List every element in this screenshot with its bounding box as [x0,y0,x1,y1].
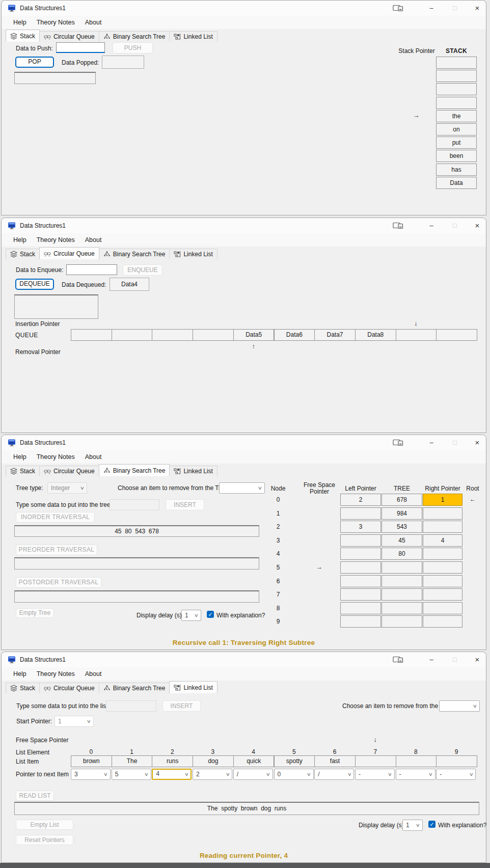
tab-circular-queue[interactable]: Circular Queue [39,247,99,259]
pointer-to-next-value: / [237,771,238,778]
empty-list-button[interactable]: Empty List [16,820,73,830]
push-button[interactable]: PUSH [113,42,153,53]
left-pointer-cell [340,561,381,574]
pointer-to-next-value: - [440,771,442,778]
chevron-down-icon [266,769,270,779]
node-index-label: 0 [266,496,290,503]
insertion-pointer-arrow: ↓ [396,319,437,327]
pointer-to-next-value: 3 [74,771,78,778]
chevron-down-icon [258,483,262,493]
tree-insert-input[interactable] [110,499,159,510]
left-pointer-cell: 3 [340,521,381,533]
empty-tree-button[interactable]: Empty Tree [16,608,54,618]
popped-value-box [102,56,144,69]
tab-label: Circular Queue [53,250,95,257]
postorder-traversal-button[interactable]: POSTORDER TRAVERSAL [16,577,101,588]
node-index-label: 1 [266,510,290,517]
list-insert-button[interactable]: INSERT [162,700,201,712]
list-element-number: 0 [71,748,112,755]
queue-cell [71,329,112,341]
tab-label: Stack [20,33,35,40]
tree-type-combo[interactable]: Integer [47,482,87,494]
tree-remove-combo[interactable] [219,482,265,494]
list-item-cell [436,755,477,767]
pointer-to-next-combo[interactable]: - [436,769,476,780]
enqueue-input[interactable] [66,264,117,275]
tree-value-cell: 678 [382,494,422,506]
enqueue-button[interactable]: ENQUEUE [123,264,162,276]
node-index-label: 3 [266,537,290,544]
pop-button[interactable]: POP [15,57,54,68]
tree-insert-button[interactable]: INSERT [166,499,204,510]
pointer-to-next-combo[interactable]: / [314,769,354,780]
binary-search-tree-tab-panel: Tree type: Integer Choose an item to rem… [2,435,486,649]
pointer-to-next-combo[interactable]: / [233,769,273,780]
tree-with-explanation-checkbox[interactable] [207,611,214,618]
free-space-pointer-arrow: ↓ [355,736,396,743]
list-insert-input[interactable] [106,700,156,712]
pointer-to-next-combo[interactable]: 5 [112,769,151,780]
list-item-cell: The [112,755,153,767]
right-pointer-cell [423,615,462,628]
pointer-to-next-combo[interactable]: 2 [193,769,232,780]
linked-list-icon [174,684,181,691]
left-pointer-cell [340,507,381,520]
queue-output-box [14,294,98,319]
left-pointer-cell [340,588,381,601]
list-delay-combo[interactable]: 1 [402,820,423,831]
pointer-to-next-value: / [318,771,319,778]
right-pointer-cell [423,507,462,520]
pointer-to-next-combo[interactable]: 4 [152,769,192,780]
list-remove-combo[interactable] [439,700,480,712]
reset-pointers-button[interactable]: Reset Pointers [16,835,73,845]
push-label: Data to Push: [16,45,53,52]
stack-cell: has [436,164,477,176]
stack-window: Data Structures1 – □ × Help Theory Notes… [1,0,486,215]
list-item-cell: quick [233,755,275,767]
left-pointer-cell [340,615,381,628]
queue-cell: Data8 [355,329,396,341]
list-element-number: 8 [396,748,437,755]
chevron-down-icon [194,610,199,620]
dequeued-value-box: Data4 [110,278,149,291]
queue-cell [193,329,234,341]
tree-value-cell [382,615,422,628]
read-list-button[interactable]: READ LIST [16,791,54,801]
tab-linked-list[interactable]: Linked List [169,681,217,693]
list-with-explanation-checkbox[interactable] [428,821,435,828]
tree-type-label: Tree type: [16,484,43,492]
pointer-to-next-combo[interactable]: 0 [274,769,314,780]
stack-cell [436,83,477,95]
node-index-label: 2 [266,523,290,530]
chevron-down-icon [225,769,230,779]
push-input[interactable] [56,42,105,53]
pointer-to-next-combo[interactable]: 3 [71,769,111,780]
chevron-down-icon [144,769,149,779]
right-pointer-header: Right Pointer [422,485,464,492]
root-header: Root [461,485,484,492]
dequeue-button[interactable]: DEQUEUE [15,279,54,290]
start-pointer-combo[interactable]: 1 [55,716,94,727]
pointer-to-next-combo[interactable]: - [396,769,435,780]
chevron-down-icon [469,769,473,779]
queue-row-label: QUEUE [15,332,38,339]
free-header-line2: Pointer [310,488,329,495]
preorder-traversal-button[interactable]: PREORDER TRAVERSAL [16,545,97,555]
tree-remove-label: Choose an item to remove from the Tree: [118,484,229,492]
stack-pointer-arrow: → [408,112,424,119]
tab-binary-search-tree[interactable]: Binary Search Tree [99,464,170,476]
stack-cell: Data [436,177,477,189]
inorder-traversal-button[interactable]: INORDER TRAVERSAL [16,512,95,523]
list-status-text: Reading current Pointer, 4 [2,852,486,859]
tree-delay-combo[interactable]: 1 [181,610,201,621]
list-element-number: 3 [193,748,233,755]
circular-queue-window: Data Structures1 – □ × Help Theory Notes… [1,218,486,433]
stack-cell [436,97,477,109]
node-index-label: 6 [266,578,290,585]
pointer-to-next-combo[interactable]: - [355,769,395,780]
tab-stack[interactable]: Stack [6,30,40,42]
chevron-down-icon [80,483,85,493]
chevron-down-icon [307,769,311,779]
tree-value-cell: 80 [382,548,422,560]
right-pointer-cell [423,588,462,601]
